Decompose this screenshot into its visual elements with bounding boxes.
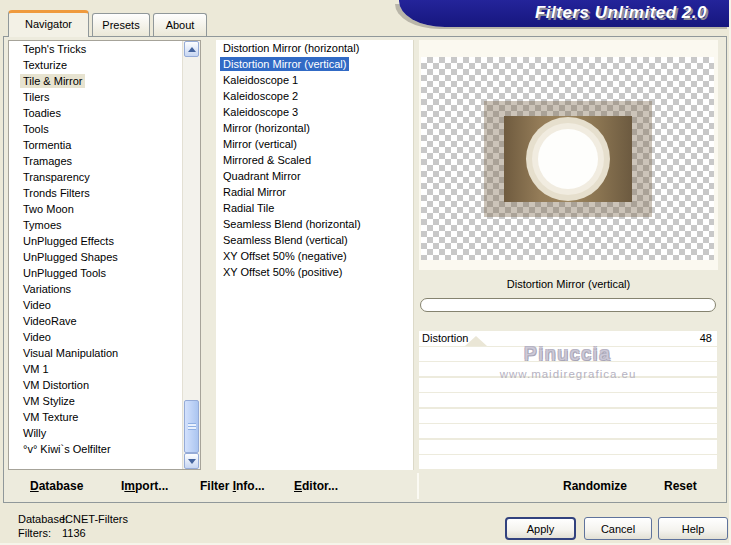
filters-unlimited-window: Filters Unlimited 2.0 Navigator Presets … <box>0 0 731 545</box>
category-list-item[interactable]: Tormentia <box>9 137 200 153</box>
status-filters-value: 1136 <box>62 526 86 540</box>
window-title: Filters Unlimited 2.0 <box>535 3 731 22</box>
category-list-item[interactable]: Tymoes <box>9 217 200 233</box>
scroll-up-button[interactable] <box>184 41 199 57</box>
transparency-checkerboard <box>421 57 714 260</box>
filter-list-item[interactable]: Kaleidoscope 2 <box>216 88 413 104</box>
filter-list-item[interactable]: Mirrored & Scaled <box>216 152 413 168</box>
scroll-down-button[interactable] <box>184 453 199 469</box>
title-banner: Filters Unlimited 2.0 <box>399 0 731 27</box>
help-button[interactable]: Help <box>658 517 728 540</box>
category-list-item[interactable]: Tilers <box>9 89 200 105</box>
category-list-item[interactable]: °v° Kiwi`s Oelfilter <box>9 441 200 457</box>
filter-list-item[interactable]: Distortion Mirror (horizontal) <box>216 40 413 56</box>
category-list-item[interactable]: Video <box>9 329 200 345</box>
scroll-thumb[interactable] <box>184 400 199 453</box>
filter-list-item[interactable]: Kaleidoscope 3 <box>216 104 413 120</box>
editor-button[interactable]: Editor... <box>294 473 338 499</box>
filter-list: Distortion Mirror (horizontal) Distortio… <box>216 40 414 470</box>
category-list-item[interactable]: UnPlugged Effects <box>9 233 200 249</box>
apply-button[interactable]: Apply <box>505 517 576 540</box>
filter-list-item[interactable]: Seamless Blend (vertical) <box>216 232 413 248</box>
preview-box <box>419 40 718 270</box>
filter-list-item[interactable]: Radial Tile <box>216 200 413 216</box>
category-list-item[interactable]: VM Distortion <box>9 377 200 393</box>
tab-about[interactable]: About <box>153 13 207 37</box>
filter-list-item[interactable]: Distortion Mirror (vertical) <box>216 56 413 72</box>
randomize-button[interactable]: Randomize <box>563 473 627 499</box>
category-list: Teph's Tricks Texturize Tile & Mirror Ti… <box>8 40 201 470</box>
category-list-item[interactable]: Tronds Filters <box>9 185 200 201</box>
watermark-name: Pinuccia <box>419 343 717 365</box>
category-list-item[interactable]: Willy <box>9 425 200 441</box>
category-list-item[interactable]: Teph's Tricks <box>9 41 200 57</box>
filter-info-button[interactable]: Filter Info... <box>200 473 265 499</box>
category-list-item[interactable]: Two Moon <box>9 201 200 217</box>
category-list-item[interactable]: UnPlugged Shapes <box>9 249 200 265</box>
status-database-label: Database: <box>18 512 68 526</box>
selected-filter-name-label: Distortion Mirror (vertical) <box>419 270 718 298</box>
chevron-up-icon <box>188 47 196 52</box>
status-filters-label: Filters: <box>18 526 51 540</box>
preview-progress-bar <box>420 298 716 312</box>
category-list-item[interactable]: VM Stylize <box>9 393 200 409</box>
filter-list-item[interactable]: Mirror (horizontal) <box>216 120 413 136</box>
tab-presets[interactable]: Presets <box>92 13 150 37</box>
reset-button[interactable]: Reset <box>664 473 697 499</box>
category-list-item[interactable]: UnPlugged Tools <box>9 265 200 281</box>
category-list-item[interactable]: Toadies <box>9 105 200 121</box>
category-list-item[interactable]: Texturize <box>9 57 200 73</box>
filter-list-item[interactable]: Mirror (vertical) <box>216 136 413 152</box>
filter-list-item[interactable]: Radial Mirror <box>216 184 413 200</box>
category-list-item[interactable]: VM 1 <box>9 361 200 377</box>
grip-icon <box>188 423 196 430</box>
cancel-button[interactable]: Cancel <box>584 517 652 540</box>
slider-row <box>419 455 717 469</box>
watermark: Pinuccia www.maidiregrafica.eu <box>419 343 717 380</box>
preview-circle <box>526 117 610 201</box>
category-list-item[interactable]: Variations <box>9 281 200 297</box>
category-list-item[interactable]: Tile & Mirror <box>9 73 200 89</box>
slider-row <box>419 440 717 454</box>
category-list-item[interactable]: Video <box>9 297 200 313</box>
filter-list-item[interactable]: Kaleidoscope 1 <box>216 72 413 88</box>
category-list-item[interactable]: Visual Manipulation <box>9 345 200 361</box>
toolbar-right: Randomize Reset <box>417 473 718 499</box>
category-list-item[interactable]: Tramages <box>9 153 200 169</box>
filter-list-item[interactable]: XY Offset 50% (negative) <box>216 248 413 264</box>
tab-navigator[interactable]: Navigator <box>8 10 89 37</box>
status-database-value: ICNET-Filters <box>62 512 128 526</box>
slider-row <box>419 424 717 438</box>
category-list-item[interactable]: VideoRave <box>9 313 200 329</box>
slider-row <box>419 409 717 423</box>
category-list-item[interactable]: VM Texture <box>9 409 200 425</box>
filter-list-item[interactable]: XY Offset 50% (positive) <box>216 264 413 280</box>
category-list-item[interactable]: Transparency <box>9 169 200 185</box>
slider-row <box>419 393 717 407</box>
database-button[interactable]: Database <box>30 473 83 499</box>
toolbar-left: Database Import... Filter Info... Editor… <box>4 473 415 499</box>
filter-list-item[interactable]: Quadrant Mirror <box>216 168 413 184</box>
watermark-url: www.maidiregrafica.eu <box>419 368 717 380</box>
import-button[interactable]: Import... <box>121 473 168 499</box>
category-scrollbar-track[interactable] <box>182 41 200 469</box>
category-list-item[interactable]: Tools <box>9 121 200 137</box>
filter-list-item[interactable]: Seamless Blend (horizontal) <box>216 216 413 232</box>
chevron-down-icon <box>188 459 196 464</box>
